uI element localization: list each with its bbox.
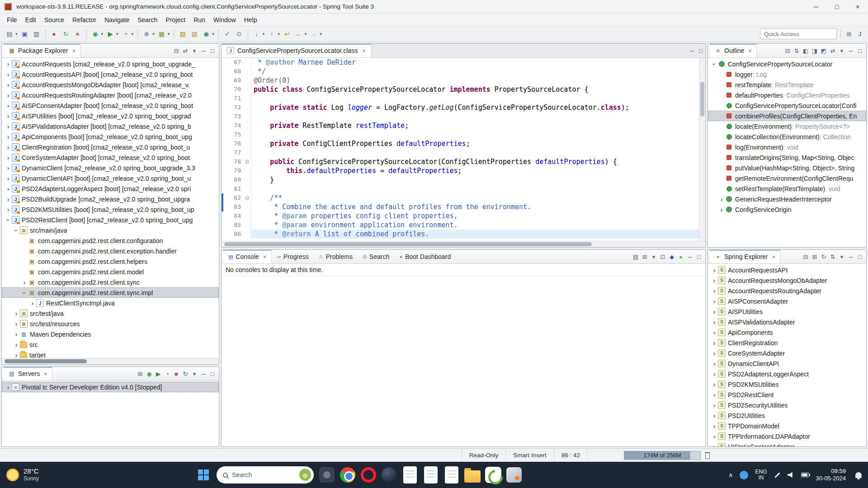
dropdown-arrow-icon[interactable]: ▾ [320, 32, 322, 36]
code-line[interactable]: 73 [222, 112, 699, 121]
code-line[interactable]: 68 */ [222, 67, 699, 76]
new-package-icon[interactable]: ▧ [189, 28, 200, 39]
print-icon[interactable]: ▥ [31, 28, 42, 39]
collapsed-expander-icon[interactable]: › [13, 341, 20, 348]
menu-file[interactable]: File [3, 14, 21, 25]
tree-item[interactable]: ›PSD2SecurityUtilities [708, 400, 866, 410]
close-view-icon[interactable]: × [44, 371, 47, 377]
tree-item[interactable]: ›CoreSystemAdapter [boot] [cma2_release_… [2, 152, 219, 163]
quick-access-input[interactable] [760, 28, 837, 39]
maximize-icon[interactable]: □ [208, 369, 217, 378]
volume-icon[interactable] [788, 472, 794, 478]
tree-item[interactable]: ›PSD2AdaptersLoggerAspect [boot] [cma2_r… [2, 183, 219, 194]
editor-body[interactable]: 67 * @author Marnee DeRider68 */69@Order… [222, 58, 705, 241]
dropdown-arrow-icon[interactable]: ▾ [15, 32, 18, 36]
fold-collapse-icon[interactable]: ⊖ [243, 157, 251, 166]
tree-item[interactable]: ›PSD2BuildUpgrade [cma2_release_v2.0 spr… [2, 194, 219, 204]
chrome-icon[interactable] [339, 464, 357, 486]
menu-project[interactable]: Project [162, 14, 190, 25]
dropdown-arrow-icon[interactable]: ▾ [212, 32, 214, 36]
collapsed-expander-icon[interactable]: › [711, 371, 718, 378]
collapsed-expander-icon[interactable]: › [711, 360, 718, 367]
expand-all-icon[interactable]: ⊞ [810, 252, 819, 261]
fold-collapse-icon[interactable]: ⊖ [243, 193, 251, 202]
tray-overflow-icon[interactable]: ∧ [728, 471, 733, 479]
minimize-icon[interactable]: ─ [199, 46, 208, 55]
code-line[interactable]: 76 private ConfigClientProperties defaul… [222, 139, 699, 148]
collapsed-expander-icon[interactable]: › [711, 298, 718, 305]
collapsed-expander-icon[interactable]: › [5, 81, 12, 89]
code-line[interactable]: 69@Order(0) [222, 76, 699, 85]
open-task-icon[interactable]: ✓ [222, 28, 233, 39]
scrollbar-thumb[interactable] [224, 242, 592, 246]
boot-view-icon[interactable]: ● [676, 252, 685, 261]
tree-item[interactable]: ›DynamicClient [cma2_release_v2.0 spring… [2, 163, 219, 173]
tree-item[interactable]: ›src/main/java [2, 225, 219, 235]
hide-non-public-icon[interactable]: ◩ [819, 46, 828, 55]
tree-item[interactable]: ›ClientRegistration [708, 338, 866, 348]
maximize-icon[interactable]: □ [855, 46, 864, 55]
refresh-icon[interactable]: ↻ [61, 28, 71, 39]
close-view-icon[interactable]: × [772, 253, 776, 260]
collapsed-expander-icon[interactable]: › [5, 206, 12, 213]
cube-icon[interactable] [505, 464, 523, 486]
console-dropdown-icon[interactable]: ▾ [649, 252, 658, 261]
menu-source[interactable]: Source [40, 14, 68, 25]
view-menu-icon[interactable]: ▾ [837, 46, 846, 55]
tree-item[interactable]: ›ApiComponents [708, 327, 866, 338]
collapsed-expander-icon[interactable]: › [5, 196, 12, 203]
photos-icon[interactable] [318, 464, 336, 486]
tree-item[interactable]: locate(Environment) : PropertySource<?> [708, 121, 866, 131]
menu-window[interactable]: Window [209, 14, 240, 25]
code-line[interactable]: 84 * @param properties config client pro… [222, 211, 699, 221]
collapsed-expander-icon[interactable]: › [711, 319, 718, 326]
dropdown-arrow-icon[interactable]: ▾ [101, 32, 104, 36]
console-tab-search[interactable]: ⊙Search [358, 250, 395, 263]
debug-icon[interactable]: ◉ [90, 28, 101, 39]
code-line[interactable]: 70public class ConfigServicePropertySour… [222, 85, 699, 94]
tree-item[interactable]: ›AccountRequestsRoutingAdapter [boot] [c… [2, 90, 219, 100]
minimize-button[interactable]: ─ [806, 0, 826, 13]
weather-widget[interactable]: 28°C Sunny [0, 468, 45, 482]
pin-console-icon[interactable]: ⊡ [658, 252, 667, 261]
tree-item[interactable]: ›DynamicClientAPI [708, 358, 866, 369]
tree-item[interactable]: ›src [2, 339, 219, 350]
expanded-expander-icon[interactable]: › [711, 61, 718, 68]
console-tab-boot-dashboard[interactable]: ●Boot Dashboard [394, 250, 456, 263]
collapsed-expander-icon[interactable]: › [711, 433, 718, 440]
taskbar-search[interactable]: Search [217, 466, 314, 483]
minimize-icon[interactable]: ─ [199, 369, 208, 378]
tree-item[interactable]: com.capgemini.psd2.rest.client.exception… [2, 246, 219, 256]
tree-item[interactable]: ›AISPValidationsAdapter [boot] [cma2_rel… [2, 121, 219, 131]
collapsed-expander-icon[interactable]: › [21, 279, 28, 286]
new-server-icon[interactable]: ⊞ [136, 369, 145, 378]
collapsed-expander-icon[interactable]: › [13, 310, 20, 317]
maximize-icon[interactable]: □ [694, 252, 703, 261]
servers-tab[interactable]: Servers × [4, 367, 52, 380]
minimize-icon[interactable]: ─ [846, 252, 855, 261]
tree-item[interactable]: ›AISPUtilities [boot] [cma2_release_v2.0… [2, 111, 219, 121]
collapsed-expander-icon[interactable]: › [5, 123, 12, 130]
tree-item[interactable]: ›com.capgemini.psd2.rest.client.sync [2, 277, 219, 287]
tree-item[interactable]: ›PSD2KMSUtilities [708, 379, 866, 389]
tree-item[interactable]: putValue(HashMap<String, Object>, String [708, 163, 866, 173]
tree-item[interactable]: ›UIStaticContentAdapter [708, 441, 866, 446]
tree-item[interactable]: ›PSD2AdaptersLoggerAspect [708, 369, 866, 379]
code-line[interactable]: 75 [222, 130, 699, 139]
collapsed-expander-icon[interactable]: › [718, 206, 725, 213]
collapsed-expander-icon[interactable]: › [5, 92, 12, 99]
tree-item[interactable]: ›Maven Dependencies [2, 329, 219, 339]
code-line[interactable]: 74 private RestTemplate restTemplate; [222, 121, 699, 130]
collapsed-expander-icon[interactable]: › [718, 196, 725, 203]
spring-explorer-tab[interactable]: Spring Explorer × [710, 250, 780, 263]
terminate-icon[interactable]: ● [49, 28, 60, 39]
previous-annotation-icon[interactable]: ↑ [266, 28, 277, 39]
tree-item[interactable]: ›AccountRequests [cma2_release_v2.0 spri… [2, 59, 219, 69]
maximize-button[interactable]: □ [826, 0, 847, 13]
sts-icon[interactable] [484, 464, 502, 486]
tree-item[interactable]: ›RestClientSyncImpl.java [2, 298, 219, 308]
sort-icon[interactable]: ⇅ [792, 46, 801, 55]
view-menu-icon[interactable]: ▾ [190, 369, 199, 378]
search-icon[interactable]: ⊙ [234, 28, 245, 39]
collapsed-expander-icon[interactable]: › [711, 350, 718, 357]
